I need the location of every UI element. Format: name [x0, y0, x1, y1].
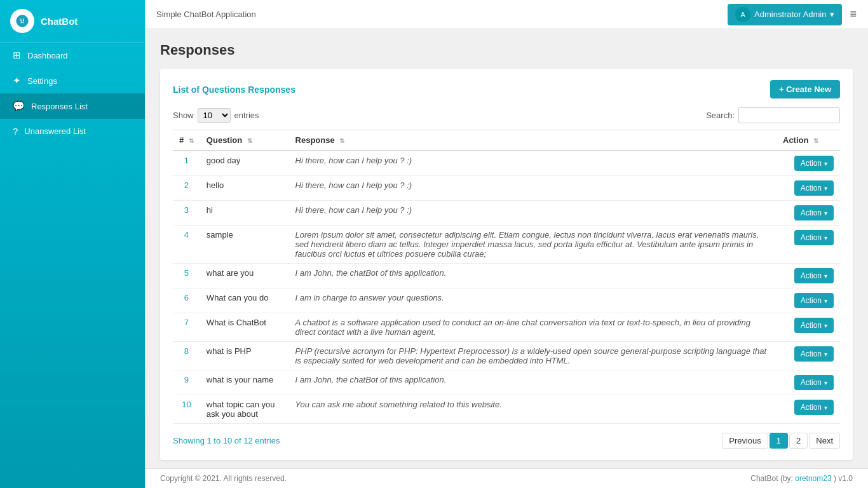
entries-label: entries	[234, 111, 259, 120]
action-caret-icon: ▾	[824, 322, 827, 329]
sidebar-item-settings[interactable]: ✦ Settings	[0, 68, 145, 93]
row-num: 8	[173, 342, 200, 370]
action-label: Action	[801, 208, 822, 217]
table-body: 1good dayHi there, how can I help you ? …	[173, 151, 840, 424]
search-input[interactable]	[738, 107, 840, 123]
responses-table: # ⇅ Question ⇅ Response ⇅ Action	[173, 130, 840, 424]
pagination-area: Showing 1 to 10 of 12 entries Previous 1…	[173, 433, 840, 449]
copyright-text: Copyright © 2021. All rights reserved.	[160, 474, 287, 483]
create-new-button[interactable]: + Create New	[770, 80, 840, 98]
action-caret-icon: ▾	[824, 210, 827, 217]
search-label: Search:	[706, 111, 735, 120]
action-button[interactable]: Action▾	[794, 293, 834, 308]
action-caret-icon: ▾	[824, 351, 827, 358]
row-num: 7	[173, 313, 200, 342]
svg-point-2	[23, 20, 24, 21]
row-num: 1	[173, 151, 200, 176]
row-action: Action▾	[776, 342, 840, 370]
next-page-button[interactable]: Next	[809, 433, 840, 449]
row-question: What is ChatBot	[200, 313, 289, 342]
row-num: 2	[173, 176, 200, 201]
row-question: what are you	[200, 264, 289, 288]
row-num: 9	[173, 370, 200, 395]
show-label: Show	[173, 111, 194, 120]
action-button[interactable]: Action▾	[794, 205, 834, 220]
sidebar: ChatBot ⊞ Dashboard ✦ Settings 💬 Respons…	[0, 0, 145, 488]
sidebar-nav: ⊞ Dashboard ✦ Settings 💬 Responses List …	[0, 43, 145, 144]
row-num: 3	[173, 201, 200, 226]
action-caret-icon: ▾	[824, 379, 827, 386]
action-button[interactable]: Action▾	[794, 400, 834, 415]
col-response: Response ⇅	[289, 130, 776, 151]
main-panel: Simple ChatBot Application A Adminstrato…	[145, 0, 868, 488]
search-box: Search:	[706, 107, 840, 123]
entries-select[interactable]: 10 25 50 100	[198, 108, 231, 123]
row-response: I am John, the chatBot of this applicati…	[289, 264, 776, 288]
row-question: hello	[200, 176, 289, 201]
action-caret-icon: ▾	[824, 297, 827, 304]
topbar: Simple ChatBot Application A Adminstrato…	[145, 0, 868, 29]
row-question: good day	[200, 151, 289, 176]
sidebar-item-dashboard[interactable]: ⊞ Dashboard	[0, 43, 145, 68]
row-response: Hi there, how can I help you ? :)	[289, 151, 776, 176]
page-1-button[interactable]: 1	[770, 433, 788, 449]
sidebar-item-dashboard-label: Dashboard	[27, 51, 68, 60]
row-action: Action▾	[776, 201, 840, 226]
table-row: 2helloHi there, how can I help you ? :)A…	[173, 176, 840, 201]
sidebar-app-name: ChatBot	[41, 16, 78, 27]
action-button[interactable]: Action▾	[794, 346, 834, 362]
table-row: 9what is your nameI am John, the chatBot…	[173, 370, 840, 395]
action-button[interactable]: Action▾	[794, 375, 834, 390]
table-row: 5what are youI am John, the chatBot of t…	[173, 264, 840, 288]
unanswered-icon: ?	[13, 126, 18, 137]
sidebar-item-unanswered-label: Unanswered List	[24, 126, 86, 136]
row-action: Action▾	[776, 264, 840, 288]
sidebar-item-settings-label: Settings	[27, 76, 57, 86]
action-button[interactable]: Action▾	[794, 318, 834, 333]
admin-menu-button[interactable]: A Adminstrator Admin ▾	[728, 4, 842, 25]
content-area: Responses List of Questions Responses + …	[145, 29, 868, 468]
sidebar-item-responses-list[interactable]: 💬 Responses List	[0, 93, 145, 119]
row-response: PHP (recursive acronym for PHP: Hypertex…	[289, 342, 776, 370]
sort-num-icon[interactable]: ⇅	[189, 137, 194, 144]
row-question: what is PHP	[200, 342, 289, 370]
row-action: Action▾	[776, 226, 840, 264]
author-link[interactable]: oretnom23	[795, 474, 831, 483]
sidebar-item-unanswered-list[interactable]: ? Unanswered List	[0, 119, 145, 144]
action-caret-icon: ▾	[824, 273, 827, 280]
table-row: 10what topic can you ask you aboutYou ca…	[173, 395, 840, 424]
action-button[interactable]: Action▾	[794, 268, 834, 283]
topbar-title: Simple ChatBot Application	[156, 10, 256, 19]
row-response: Lorem ipsum dolor sit amet, consectetur …	[289, 226, 776, 264]
action-caret-icon: ▾	[824, 404, 827, 411]
action-label: Action	[801, 296, 822, 305]
page-2-button[interactable]: 2	[789, 433, 808, 449]
sidebar-item-responses-label: Responses List	[31, 102, 88, 111]
row-question: hi	[200, 201, 289, 226]
row-num: 5	[173, 264, 200, 288]
hamburger-icon[interactable]: ≡	[850, 8, 857, 21]
sidebar-logo	[10, 9, 34, 33]
action-caret-icon: ▾	[824, 160, 827, 167]
topbar-right: A Adminstrator Admin ▾ ≡	[728, 4, 857, 25]
action-label: Action	[801, 321, 822, 330]
dashboard-icon: ⊞	[13, 50, 21, 61]
col-num: # ⇅	[173, 130, 200, 151]
action-button[interactable]: Action▾	[794, 180, 834, 196]
pagination-info: Showing 1 to 10 of 12 entries	[173, 436, 280, 445]
action-label: Action	[801, 233, 822, 242]
responses-card: List of Questions Responses + Create New…	[160, 69, 853, 460]
row-action: Action▾	[776, 176, 840, 201]
responses-icon: 💬	[13, 100, 25, 112]
sort-question-icon[interactable]: ⇅	[247, 137, 252, 144]
sort-action-icon[interactable]: ⇅	[813, 137, 818, 144]
row-num: 4	[173, 226, 200, 264]
sort-response-icon[interactable]: ⇅	[339, 137, 344, 144]
action-button[interactable]: Action▾	[794, 156, 834, 171]
prev-page-button[interactable]: Previous	[722, 433, 768, 449]
credit-text: ChatBot (by: oretnom23 ) v1.0	[750, 474, 853, 483]
page-title: Responses	[160, 42, 853, 58]
action-button[interactable]: Action▾	[794, 230, 834, 245]
table-controls: Show 10 25 50 100 entries Search:	[173, 107, 840, 123]
card-title: List of Questions Responses	[173, 85, 295, 95]
